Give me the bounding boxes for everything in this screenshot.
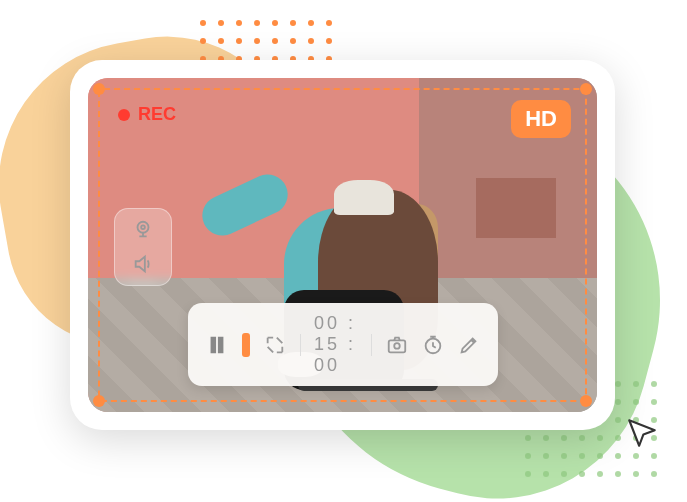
capture-handle-tl[interactable]	[93, 83, 105, 95]
webcam-toggle[interactable]	[132, 219, 154, 241]
recorder-window: REC HD 00 : 15 : 00	[70, 60, 615, 430]
stop-button[interactable]	[241, 333, 249, 357]
recording-toolbar: 00 : 15 : 00	[187, 303, 497, 386]
annotate-button[interactable]	[458, 334, 480, 356]
clock-icon	[422, 334, 444, 356]
camera-icon	[386, 334, 408, 356]
capture-handle-bl[interactable]	[93, 395, 105, 407]
pause-icon	[205, 334, 227, 356]
recording-timer: 00 : 15 : 00	[314, 313, 357, 376]
svg-rect-3	[218, 337, 222, 352]
pause-button[interactable]	[205, 334, 227, 356]
svg-point-0	[138, 222, 149, 233]
rec-label: REC	[138, 104, 176, 125]
capture-handle-tr[interactable]	[580, 83, 592, 95]
svg-point-5	[394, 343, 400, 349]
rec-dot-icon	[118, 109, 130, 121]
cursor-icon	[625, 416, 659, 454]
fullscreen-button[interactable]	[264, 334, 286, 356]
hd-label: HD	[525, 106, 557, 131]
svg-point-1	[141, 225, 145, 229]
svg-rect-4	[388, 340, 405, 352]
pencil-icon	[458, 334, 480, 356]
audio-toggle[interactable]	[132, 253, 154, 275]
fullscreen-icon	[264, 334, 286, 356]
rec-indicator: REC	[118, 104, 176, 125]
side-controls	[114, 208, 172, 286]
screenshot-button[interactable]	[386, 334, 408, 356]
capture-handle-br[interactable]	[580, 395, 592, 407]
speaker-icon	[132, 253, 154, 275]
hd-badge[interactable]: HD	[511, 100, 571, 138]
svg-rect-2	[211, 337, 215, 352]
webcam-icon	[132, 219, 154, 241]
video-preview: REC HD 00 : 15 : 00	[88, 78, 597, 412]
schedule-button[interactable]	[422, 334, 444, 356]
